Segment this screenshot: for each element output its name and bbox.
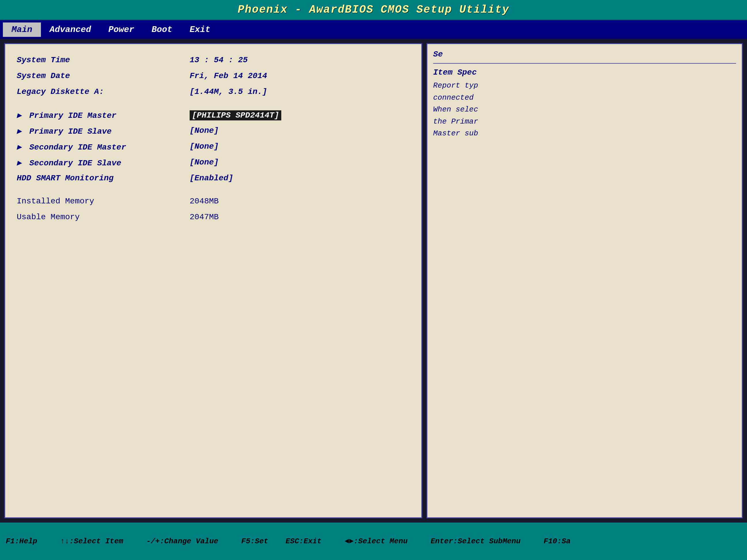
bios-title: Phoenix - AwardBIOS CMOS Setup Utility (238, 3, 510, 16)
field-value: [Enabled] (190, 174, 233, 183)
field-label: Legacy Diskette A: (17, 87, 190, 96)
field-label: ▶ Primary IDE Master (17, 110, 190, 120)
field-row: Usable Memory2047MB (17, 210, 410, 225)
status-item: ↑↓:Select Item (60, 537, 123, 545)
field-row: Installed Memory2048MB (17, 194, 410, 210)
right-panel-top: Se (433, 50, 736, 59)
field-label: Usable Memory (17, 213, 190, 221)
status-item: Enter:Select SubMenu (431, 537, 520, 545)
field-value: Fri, Feb 14 2014 (190, 72, 267, 80)
main-area: System Time13 : 54 : 25System DateFri, F… (0, 39, 747, 523)
status-item: ESC:Exit (286, 537, 321, 545)
item-spec-description: Report typconnectedWhen selecthe PrimarM… (433, 80, 736, 140)
field-label: HDD SMART Monitoring (17, 174, 190, 183)
field-row[interactable]: ▶ Secondary IDE Slave[None] (17, 155, 410, 171)
field-label: ▶ Secondary IDE Slave (17, 158, 190, 168)
status-bar: F1:Help↑↓:Select Item-/+:Change ValueF5:… (0, 523, 747, 560)
menu-bar: MainAdvancedPowerBootExit (0, 20, 747, 39)
description-line: connected (433, 92, 736, 104)
field-label: System Date (17, 72, 190, 80)
status-item: ◄►:Select Menu (345, 537, 408, 545)
field-row[interactable]: ▶ Primary IDE Slave[None] (17, 123, 410, 139)
content-panel: System Time13 : 54 : 25System DateFri, F… (4, 43, 422, 518)
field-row[interactable]: ▶ Primary IDE Master[PHILIPS SPD2414T] (17, 107, 410, 123)
description-line: Report typ (433, 80, 736, 92)
field-label: Installed Memory (17, 197, 190, 206)
field-value: 2048MB (190, 197, 219, 206)
field-label: System Time (17, 56, 190, 64)
field-value: [1.44M, 3.5 in.] (190, 87, 267, 96)
menu-item-boot[interactable]: Boot (143, 23, 181, 37)
status-item: F10:Sa (544, 537, 571, 545)
status-item: F5:Set (241, 537, 268, 545)
menu-item-advanced[interactable]: Advanced (41, 23, 100, 37)
description-line: Master sub (433, 128, 736, 140)
status-item: -/+:Change Value (147, 537, 218, 545)
field-row: System Time13 : 54 : 25 (17, 53, 410, 69)
field-label: ▶ Secondary IDE Master (17, 142, 190, 152)
description-line: the Primar (433, 116, 736, 128)
field-row: Legacy Diskette A:[1.44M, 3.5 in.] (17, 84, 410, 100)
field-value: [None] (190, 158, 219, 167)
field-value: [PHILIPS SPD2414T] (190, 110, 281, 121)
menu-item-exit[interactable]: Exit (181, 23, 219, 37)
field-row[interactable]: ▶ Secondary IDE Master[None] (17, 139, 410, 155)
status-item: F1:Help (6, 537, 37, 545)
field-label: ▶ Primary IDE Slave (17, 126, 190, 136)
item-spec-label: Item Spec (433, 68, 736, 77)
field-value: 13 : 54 : 25 (190, 56, 248, 64)
field-value: [None] (190, 142, 219, 151)
field-value: [None] (190, 126, 219, 135)
description-line: When selec (433, 104, 736, 116)
menu-item-power[interactable]: Power (100, 23, 143, 37)
title-bar: Phoenix - AwardBIOS CMOS Setup Utility (0, 0, 747, 20)
field-row: System DateFri, Feb 14 2014 (17, 69, 410, 84)
field-value: 2047MB (190, 213, 219, 221)
menu-item-main[interactable]: Main (3, 23, 41, 37)
field-row: HDD SMART Monitoring[Enabled] (17, 171, 410, 187)
right-panel: Se Item Spec Report typconnectedWhen sel… (427, 43, 743, 518)
